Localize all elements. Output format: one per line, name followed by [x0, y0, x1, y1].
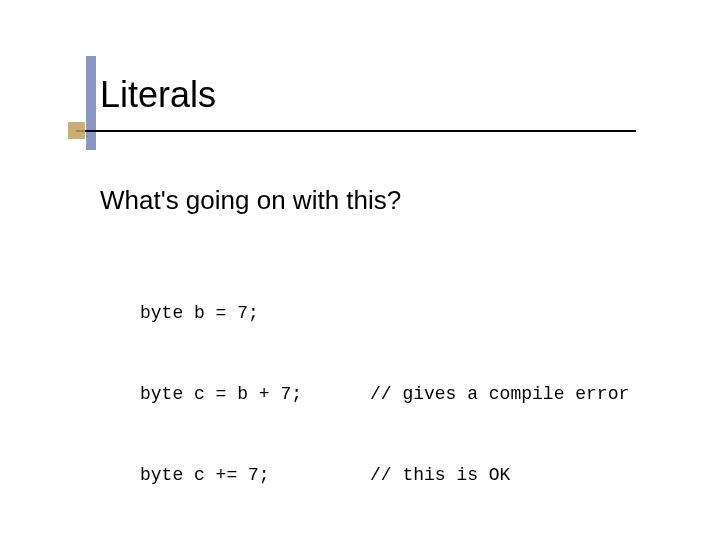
slide: Literals What's going on with this? byte…	[0, 0, 720, 540]
title-accent-square	[68, 122, 85, 139]
code-line: byte c += 7; // this is OK	[140, 462, 660, 489]
code-line: byte b = 7;	[140, 300, 660, 327]
title-underline	[76, 130, 636, 132]
code-comment	[370, 300, 660, 327]
title-block: Literals	[100, 75, 216, 115]
code-comment: // this is OK	[370, 462, 660, 489]
code-statement: byte c = b + 7;	[140, 381, 370, 408]
code-statement: byte b = 7;	[140, 300, 370, 327]
code-line: byte c = b + 7; // gives a compile error	[140, 381, 660, 408]
title-accent-vertical	[86, 56, 96, 150]
slide-body: What's going on with this? byte b = 7; b…	[100, 185, 660, 540]
code-statement: byte c += 7;	[140, 462, 370, 489]
body-subtitle: What's going on with this?	[100, 185, 660, 216]
code-comment: // gives a compile error	[370, 381, 660, 408]
slide-title: Literals	[100, 75, 216, 115]
code-block: byte b = 7; byte c = b + 7; // gives a c…	[140, 246, 660, 540]
